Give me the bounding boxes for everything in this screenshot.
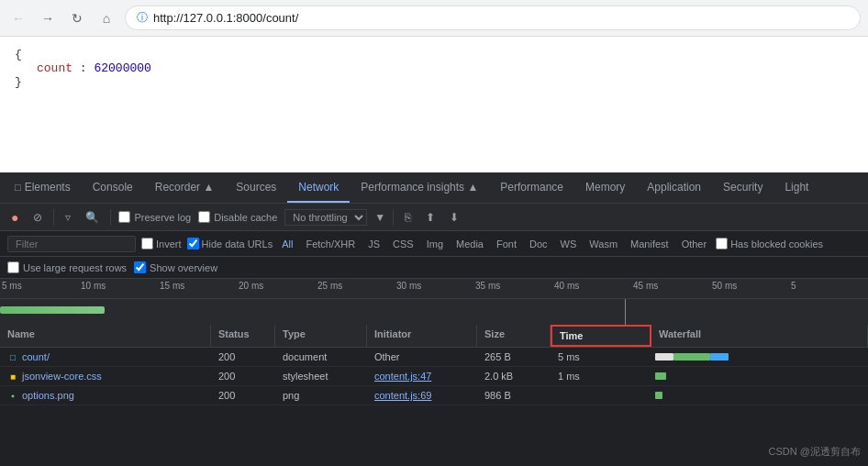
- filter-img[interactable]: Img: [423, 238, 447, 250]
- back-button[interactable]: ←: [7, 7, 29, 29]
- large-rows-label[interactable]: Use large request rows: [7, 261, 127, 273]
- hide-data-label[interactable]: Hide data URLs: [187, 238, 273, 250]
- throttle-select[interactable]: No throttling: [284, 209, 367, 226]
- separator3: [393, 209, 394, 226]
- forward-button[interactable]: →: [37, 7, 59, 29]
- tab-application[interactable]: Application: [636, 172, 712, 203]
- tick-9: 45 ms: [631, 281, 710, 296]
- tab-memory[interactable]: Memory: [574, 172, 636, 203]
- record-button[interactable]: ●: [7, 208, 22, 227]
- filter-font[interactable]: Font: [493, 238, 520, 250]
- tick-8: 40 ms: [552, 281, 631, 296]
- timeline-bar-green: [0, 306, 105, 314]
- filter-other[interactable]: Other: [678, 238, 711, 250]
- blocked-cookies-label[interactable]: Has blocked cookies: [716, 238, 823, 250]
- disable-cache-checkbox[interactable]: [198, 211, 210, 223]
- initiator-link-css[interactable]: content.js:47: [374, 371, 431, 382]
- hide-data-checkbox[interactable]: [187, 238, 199, 250]
- tab-network[interactable]: Network: [287, 172, 350, 203]
- img-icon: ▪: [7, 390, 18, 401]
- json-line2: count : 62000000: [15, 61, 853, 75]
- download-button[interactable]: ⬇: [446, 209, 462, 226]
- large-rows-checkbox[interactable]: [7, 261, 19, 273]
- header-waterfall[interactable]: Waterfall: [651, 325, 868, 347]
- tick-11: 5: [789, 281, 868, 296]
- filter-manifest[interactable]: Manifest: [627, 238, 673, 250]
- tab-sources-label: Sources: [236, 181, 276, 194]
- cell-waterfall-css: [651, 367, 868, 385]
- preserve-log-checkbox[interactable]: [118, 211, 130, 223]
- tick-6: 30 ms: [395, 281, 473, 296]
- disable-cache-text: Disable cache: [214, 212, 277, 223]
- wf-blue-bar: [710, 353, 729, 361]
- filter-fetch-xhr[interactable]: Fetch/XHR: [302, 238, 359, 250]
- header-name[interactable]: Name: [0, 325, 211, 347]
- tab-light[interactable]: Light: [773, 172, 819, 203]
- table-row: ▪ options.png 200 png content.js:69 986 …: [0, 386, 868, 405]
- disable-cache-label[interactable]: Disable cache: [198, 211, 277, 223]
- options-bar: Use large request rows Show overview: [0, 257, 868, 279]
- tab-sources[interactable]: Sources: [225, 172, 287, 203]
- wifi-icon: ⎘: [405, 211, 411, 224]
- cell-initiator-png: content.js:69: [367, 386, 477, 405]
- home-button[interactable]: ⌂: [95, 7, 117, 29]
- cell-size-png: 986 B: [477, 386, 551, 405]
- search-button[interactable]: 🔍: [82, 209, 103, 226]
- filter-js[interactable]: JS: [364, 238, 384, 250]
- header-status[interactable]: Status: [211, 325, 275, 347]
- separator2: [110, 209, 111, 226]
- header-time[interactable]: Time: [551, 325, 651, 347]
- tick-7: 35 ms: [473, 281, 552, 296]
- tab-recorder-label: Recorder ▲: [155, 181, 215, 194]
- initiator-link-png[interactable]: content.js:69: [374, 390, 431, 401]
- tab-performance-insights[interactable]: Performance insights ▲: [350, 172, 489, 203]
- filter-all[interactable]: All: [278, 238, 296, 250]
- filter-doc[interactable]: Doc: [526, 238, 551, 250]
- preserve-log-label[interactable]: Preserve log: [118, 211, 191, 223]
- timeline-ruler: 5 ms 10 ms 15 ms 20 ms 25 ms 30 ms 35 ms…: [0, 279, 868, 299]
- cell-time-css: 1 ms: [551, 367, 651, 385]
- cell-waterfall-count: [651, 348, 868, 366]
- reload-button[interactable]: ↻: [66, 7, 88, 29]
- tab-security[interactable]: Security: [712, 172, 773, 203]
- cell-time-png: [551, 386, 651, 405]
- wifi-button[interactable]: ⎘: [401, 209, 415, 226]
- json-value: 62000000: [94, 61, 150, 75]
- tab-elements[interactable]: □ Elements: [4, 172, 82, 203]
- timeline-bars: [0, 299, 868, 325]
- upload-button[interactable]: ⬆: [422, 209, 439, 226]
- watermark: CSDN @泥透剪自布: [769, 445, 861, 459]
- filter-button[interactable]: ▿: [61, 209, 74, 226]
- filter-media[interactable]: Media: [452, 238, 487, 250]
- download-icon: ⬇: [450, 211, 459, 224]
- filter-wasm[interactable]: Wasm: [585, 238, 621, 250]
- tab-performance-label: Performance: [500, 181, 563, 194]
- filter-input[interactable]: [7, 236, 136, 252]
- show-overview-label[interactable]: Show overview: [134, 261, 217, 273]
- header-size[interactable]: Size: [477, 325, 551, 347]
- wf-png-bar: [655, 392, 662, 399]
- invert-checkbox[interactable]: [141, 238, 153, 250]
- header-initiator[interactable]: Initiator: [367, 325, 477, 347]
- tab-console[interactable]: Console: [82, 172, 144, 203]
- filter-css[interactable]: CSS: [389, 238, 417, 250]
- preserve-log-text: Preserve log: [134, 212, 191, 223]
- tab-recorder[interactable]: Recorder ▲: [144, 172, 226, 203]
- clear-button[interactable]: ⊘: [29, 209, 46, 226]
- tick-3: 15 ms: [158, 281, 237, 296]
- network-table: Name Status Type Initiator Size Time Wat…: [0, 325, 868, 466]
- page-content: { count : 62000000 }: [0, 37, 868, 172]
- header-type[interactable]: Type: [275, 325, 367, 347]
- cell-size-count: 265 B: [477, 348, 551, 366]
- tab-performance[interactable]: Performance: [489, 172, 574, 203]
- address-bar[interactable]: ⓘ http://127.0.0.1:8000/count/: [125, 6, 861, 30]
- blocked-cookies-checkbox[interactable]: [716, 238, 728, 250]
- invert-label[interactable]: Invert: [141, 238, 182, 250]
- table-header: Name Status Type Initiator Size Time Wat…: [0, 325, 868, 348]
- timeline-container: 5 ms 10 ms 15 ms 20 ms 25 ms 30 ms 35 ms…: [0, 279, 868, 325]
- cell-type-css: stylesheet: [275, 367, 367, 385]
- table-row: ■ jsonview-core.css 200 stylesheet conte…: [0, 367, 868, 386]
- show-overview-checkbox[interactable]: [134, 261, 146, 273]
- cell-status-count: 200: [211, 348, 275, 366]
- filter-ws[interactable]: WS: [557, 238, 581, 250]
